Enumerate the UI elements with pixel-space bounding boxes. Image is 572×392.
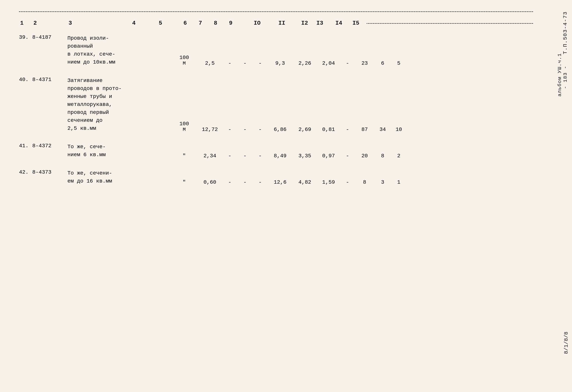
col-header-3: 3	[67, 19, 131, 27]
row-right-42: " 0,60 - - - 12,6 4,82 1,59 - 8 3 1	[171, 179, 533, 185]
row-left-39: 39. 8-4187 Провод изоли- рованный в лотк…	[19, 34, 171, 66]
top-separator	[19, 11, 533, 12]
row-code-40: 8-4371	[32, 77, 67, 133]
row-v5-39: 2,5	[197, 60, 222, 66]
row-v15-41: 2	[391, 153, 406, 159]
row-right-40: 100 М 12,72 - - - 6,86 2,69 0,81 - 87 34…	[171, 121, 533, 133]
row-desc-39: Провод изоли- рованный в лотках, сече- н…	[67, 34, 171, 66]
row-v12-39: -	[340, 60, 355, 66]
row-v6-39: -	[222, 60, 237, 66]
row-v15-42: 1	[391, 179, 406, 185]
row-v14-41: 8	[374, 153, 391, 159]
col-header-8: 8	[213, 19, 228, 27]
row-v12-40: -	[340, 127, 355, 133]
row-v9-39: 9,3	[268, 60, 292, 66]
row-desc-42: То же, сечени- ем до 16 кв.мм	[67, 169, 171, 185]
row-right-41: " 2,34 - - - 8,49 3,35 0,97 - 20 8 2	[171, 153, 533, 159]
row-unit-40: 100 М	[171, 121, 197, 133]
right-label-top: Т.П.503-4-73	[562, 11, 568, 54]
row-v8-40: -	[253, 127, 268, 133]
row-v11-40: 0,81	[317, 127, 340, 133]
row-num-41: 41.	[19, 143, 32, 159]
col-header-9: 9	[228, 19, 253, 27]
row-v15-40: 10	[391, 127, 406, 133]
main-content: 1 2 3 4 5 6 7 8 9 IO II	[15, 11, 537, 185]
row-v13-41: 20	[355, 153, 374, 159]
row-v10-42: 4,82	[292, 179, 317, 185]
row-v13-42: 8	[355, 179, 374, 185]
row-v12-42: -	[340, 179, 355, 185]
row-left-40: 40. 8-4371 Затягивание проводов в прото-…	[19, 77, 171, 133]
row-v6-42: -	[222, 179, 237, 185]
row-v7-42: -	[237, 179, 253, 185]
column-labels: 1 2 3 4 5 6 7 8 9 IO II	[19, 19, 533, 27]
col-header-5: 5	[158, 19, 182, 27]
row-code-41: 8-4372	[32, 143, 67, 159]
row-v14-39: 6	[374, 60, 391, 66]
row-v15-39: 5	[391, 60, 406, 66]
col-header-1: 1	[19, 19, 32, 27]
row-v13-39: 23	[355, 60, 374, 66]
table-row: 42. 8-4373 То же, сечени- ем до 16 кв.мм…	[19, 169, 533, 185]
row-code-42: 8-4373	[32, 169, 67, 185]
col-header-7: 7	[197, 19, 213, 27]
row-right-39: 100 М 2,5 - - - 9,3 2,26 2,04 - 23 6 5	[171, 55, 533, 66]
row-num-42: 42.	[19, 169, 32, 185]
table-row: 40. 8-4371 Затягивание проводов в прото-…	[19, 77, 533, 133]
row-v7-39: -	[237, 60, 253, 66]
col-header-12: I2	[300, 19, 315, 27]
right-label-bottom: 8/1/8/8	[563, 332, 569, 354]
row-num-39: 39.	[19, 34, 32, 66]
col-header-15: I5	[351, 19, 366, 27]
col-header-14: I4	[334, 19, 351, 27]
col-header-13: I3	[315, 19, 334, 27]
row-unit-41: "	[171, 153, 197, 159]
row-v14-40: 34	[374, 127, 391, 133]
column-headers-row: 1 2 3 4 5 6 7 8 9 IO II	[19, 16, 533, 30]
table-row: 41. 8-4372 То же, сече- нием 6 кв.мм " 2…	[19, 143, 533, 159]
row-v8-41: -	[253, 153, 268, 159]
right-sidebar: Т.П.503-4-73 альбом УШ.ч.1 - 183 - 8/1/8…	[553, 0, 572, 392]
col-header-4: 4	[131, 19, 158, 27]
col-header-10: IO	[253, 19, 277, 27]
row-v10-40: 2,69	[292, 127, 317, 133]
right-label-mid: альбом УШ.ч.1 - 183 -	[557, 53, 568, 97]
row-desc-40: Затягивание проводов в прото- женные тру…	[67, 77, 171, 133]
row-v5-42: 0,60	[197, 179, 222, 185]
row-v6-40: -	[222, 127, 237, 133]
row-v9-42: 12,6	[268, 179, 292, 185]
row-v14-42: 3	[374, 179, 391, 185]
row-desc-41: То же, сече- нием 6 кв.мм	[67, 143, 171, 159]
col-header-2: 2	[32, 19, 67, 27]
col-header-11: II	[277, 19, 300, 27]
row-v10-39: 2,26	[292, 60, 317, 66]
row-unit-39: 100 М	[171, 55, 197, 66]
row-num-40: 40.	[19, 77, 32, 133]
row-v9-41: 8,49	[268, 153, 292, 159]
row-v5-41: 2,34	[197, 153, 222, 159]
row-v7-40: -	[237, 127, 253, 133]
row-v6-41: -	[222, 153, 237, 159]
row-v10-41: 3,35	[292, 153, 317, 159]
data-section: 39. 8-4187 Провод изоли- рованный в лотк…	[19, 34, 533, 185]
table-row: 39. 8-4187 Провод изоли- рованный в лотк…	[19, 34, 533, 66]
row-v11-41: 0,97	[317, 153, 340, 159]
page: Т.П.503-4-73 альбом УШ.ч.1 - 183 - 8/1/8…	[0, 0, 572, 392]
row-v8-42: -	[253, 179, 268, 185]
row-code-39: 8-4187	[32, 34, 67, 66]
col-header-6: 6	[182, 19, 197, 27]
row-v9-40: 6,86	[268, 127, 292, 133]
row-v11-39: 2,04	[317, 60, 340, 66]
row-left-42: 42. 8-4373 То же, сечени- ем до 16 кв.мм	[19, 169, 171, 185]
row-v12-41: -	[340, 153, 355, 159]
row-unit-42: "	[171, 179, 197, 185]
row-v13-40: 87	[355, 127, 374, 133]
row-v5-40: 12,72	[197, 127, 222, 133]
row-v8-39: -	[253, 60, 268, 66]
row-left-41: 41. 8-4372 То же, сече- нием 6 кв.мм	[19, 143, 171, 159]
row-v11-42: 1,59	[317, 179, 340, 185]
row-v7-41: -	[237, 153, 253, 159]
